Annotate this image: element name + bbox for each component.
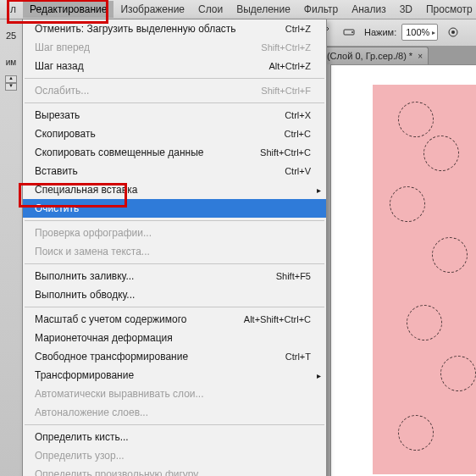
spin-down-icon[interactable]: ▼ (5, 83, 17, 91)
menu-image[interactable]: Изображение (113, 1, 191, 18)
menu-layers[interactable]: Слои (191, 1, 230, 18)
svg-point-1 (351, 31, 353, 33)
menu-item-label: Поиск и замена текста... (35, 246, 150, 257)
menu-view[interactable]: Просмотр (419, 1, 476, 18)
menu-3d[interactable]: 3D (393, 1, 419, 18)
menu-item: Определить узор... (23, 446, 326, 465)
menu-item-label: Трансформирование (35, 369, 134, 381)
menu-select[interactable]: Выделение (230, 1, 297, 18)
menu-separator (25, 78, 324, 79)
menu-item-label: Автоналожение слоев... (35, 407, 148, 418)
menu-item[interactable]: Отменить: Загрузить выделенную областьCt… (23, 19, 326, 38)
menu-item-label: Шаг назад (35, 60, 84, 72)
edit-dropdown-menu: Отменить: Загрузить выделенную областьCt… (22, 19, 327, 476)
menu-item-label: Проверка орфографии... (35, 227, 152, 239)
menu-bar: л Редактирование Изображение Слои Выделе… (0, 0, 476, 19)
menu-item-label: Отменить: Загрузить выделенную область (35, 23, 236, 35)
left-panel-fragment: 25 им ▲ ▼ (0, 19, 23, 476)
menu-item: Шаг впередShift+Ctrl+Z (23, 38, 326, 57)
menu-item-label: Очистить (35, 202, 79, 214)
menu-separator (25, 102, 324, 103)
menu-item-shortcut: Shift+Ctrl+Z (261, 42, 311, 53)
menu-item-shortcut: Ctrl+X (285, 110, 311, 120)
menu-item-label: Шаг вперед (35, 42, 90, 53)
menu-separator (25, 424, 324, 425)
brush-size-value: 25 (0, 30, 22, 41)
menu-item: Автоматически выравнивать слои... (23, 385, 326, 403)
menu-item-label: Выполнить заливку... (35, 270, 134, 282)
menu-item[interactable]: Масштаб с учетом содержимогоAlt+Shift+Ct… (23, 310, 326, 329)
menu-item: Ослабить...Shift+Ctrl+F (23, 81, 326, 100)
menu-item[interactable]: Шаг назадAlt+Ctrl+Z (23, 57, 326, 75)
menu-item-shortcut: Shift+F5 (276, 271, 311, 281)
menu-item-label: Ослабить... (35, 85, 89, 97)
menu-item[interactable]: Трансформирование▸ (23, 366, 326, 385)
menu-item[interactable]: Выполнить обводку... (23, 285, 326, 304)
menu-edit[interactable]: Редактирование (23, 1, 113, 18)
menu-item[interactable]: Определить кисть... (23, 428, 326, 446)
menu-item[interactable]: Марионеточная деформация (23, 329, 326, 347)
menu-item-label: Вырезать (35, 109, 80, 121)
menu-item-label: Марионеточная деформация (35, 332, 173, 344)
menu-filter[interactable]: Фильтр (297, 1, 345, 18)
left-label-fragment: им (0, 58, 22, 67)
pressure-value-input[interactable]: 100% ▸ (401, 24, 438, 41)
menu-item: Поиск и замена текста... (23, 242, 326, 261)
menu-separator (25, 263, 324, 264)
menu-item[interactable]: ВставитьCtrl+V (23, 162, 326, 180)
pressure-value-text: 100% (406, 27, 429, 37)
menu-item[interactable]: Выполнить заливку...Shift+F5 (23, 267, 326, 285)
menu-item[interactable]: ВырезатьCtrl+X (23, 106, 326, 125)
menu-separator (25, 220, 324, 221)
menu-item-shortcut: Alt+Shift+Ctrl+C (244, 314, 311, 324)
size-spinner[interactable]: ▲ ▼ (0, 75, 22, 91)
menu-item-label: Определить кисть... (35, 431, 129, 443)
menu-item-shortcut: Ctrl+C (285, 129, 311, 139)
menu-truncated[interactable]: л (3, 1, 23, 18)
menu-item: Определить произвольную фигуру... (23, 465, 326, 476)
menu-item[interactable]: Очистить (23, 199, 326, 218)
close-icon[interactable]: × (418, 52, 423, 61)
menu-item-label: Определить произвольную фигуру... (35, 468, 206, 476)
menu-item-label: Скопировать (35, 128, 96, 140)
pressure-toggle-icon[interactable] (443, 22, 463, 42)
menu-item-label: Определить узор... (35, 450, 125, 462)
menu-item-label: Автоматически выравнивать слои... (35, 388, 204, 400)
chevron-right-icon: ▸ (317, 185, 321, 195)
menu-analyze[interactable]: Анализ (345, 1, 393, 18)
menu-item-shortcut: Alt+Ctrl+Z (268, 61, 311, 71)
chevron-right-icon: ▸ (317, 371, 321, 380)
menu-separator (25, 307, 324, 307)
menu-item-label: Свободное трансформирование (35, 351, 188, 363)
menu-item[interactable]: Свободное трансформированиеCtrl+T (23, 347, 326, 366)
canvas[interactable] (373, 85, 476, 474)
menu-item-shortcut: Ctrl+V (285, 166, 311, 176)
menu-item-label: Скопировать совмещенные данные (35, 147, 204, 158)
menu-item[interactable]: Скопировать совмещенные данныеShift+Ctrl… (23, 143, 326, 162)
menu-item-shortcut: Ctrl+Z (285, 24, 311, 34)
tablet-pressure-icon[interactable] (339, 22, 359, 42)
menu-item: Автоналожение слоев... (23, 403, 326, 422)
svg-point-3 (451, 30, 455, 34)
pressure-label: Нажим: (364, 27, 396, 37)
menu-item-shortcut: Ctrl+T (285, 351, 311, 362)
menu-item-shortcut: Shift+Ctrl+C (260, 147, 311, 158)
menu-item[interactable]: СкопироватьCtrl+C (23, 125, 326, 143)
chevron-right-icon: ▸ (432, 29, 435, 36)
menu-item-label: Масштаб с учетом содержимого (35, 313, 187, 325)
menu-item-label: Вставить (35, 165, 78, 177)
menu-item-label: Выполнить обводку... (35, 289, 135, 301)
spin-up-icon[interactable]: ▲ (5, 75, 17, 83)
menu-item[interactable]: Специальная вставка▸ (23, 180, 326, 199)
menu-item: Проверка орфографии... (23, 224, 326, 242)
menu-item-label: Специальная вставка (35, 184, 137, 196)
menu-item-shortcut: Shift+Ctrl+F (261, 86, 311, 96)
